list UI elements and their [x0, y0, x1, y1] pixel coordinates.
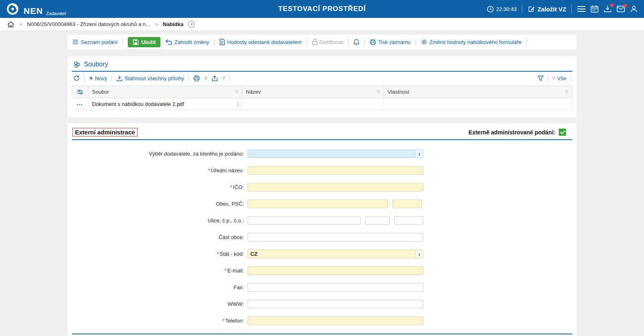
breadcrumb: > N006/25/V00004963 - Zřízení datových o… [0, 18, 644, 31]
discard-changes-button[interactable]: Zahodit změny [165, 39, 209, 45]
home-button[interactable] [7, 21, 14, 28]
calendar-button[interactable] [591, 5, 598, 13]
row-actions-cell: ••• [72, 98, 88, 110]
save-icon [133, 39, 139, 45]
filter-dropdown-icon[interactable]: ▽ [377, 90, 380, 94]
form-row: *Stát - kód: CZ › [72, 246, 572, 262]
list-icon [72, 40, 79, 44]
session-clock: 22:30:43 [487, 6, 517, 13]
ico-input[interactable] [248, 183, 423, 191]
file-vlastnost-cell [384, 98, 572, 110]
messages-button[interactable] [617, 6, 625, 12]
actionbar-separator [307, 39, 307, 46]
country-code-value: CZ [248, 250, 415, 258]
field-label: *Úřední název: [72, 167, 248, 173]
picker-chevron-icon[interactable]: › [415, 150, 423, 158]
clock-value: 22:30:43 [496, 6, 517, 12]
street-input[interactable] [248, 216, 361, 225]
print-record-button[interactable]: Tisk záznamu [370, 39, 411, 45]
field-label: Fax: [72, 284, 248, 290]
toolbar-separator [548, 75, 548, 81]
new-file-button[interactable]: + Nový [89, 75, 107, 81]
fax-input[interactable] [248, 283, 423, 292]
orientation-number-input[interactable] [394, 216, 423, 225]
form-row: *IČO: [72, 179, 572, 195]
required-marker: * [224, 268, 226, 274]
files-table: Soubor▽ Název▽ Vlastnost▽ ••• Do [72, 86, 572, 110]
files-section-icon [73, 61, 81, 68]
breadcrumb-procurement[interactable]: N006/25/V00004963 - Zřízení datových okr… [27, 21, 150, 27]
logo-subtitle: Zadavatel [46, 11, 66, 16]
messages-badge [624, 4, 627, 7]
filter-button[interactable] [537, 75, 544, 81]
file-name[interactable]: Dokument s nabídkou dodavatele 2.pdf [92, 101, 184, 107]
phone-input[interactable] [248, 316, 423, 325]
field-label: Výběr dodavatele, za kterého je podáno: [72, 151, 248, 157]
postal-code-input[interactable] [392, 200, 422, 208]
export-button[interactable] [212, 75, 218, 81]
column-header-soubor[interactable]: Soubor▽ [88, 86, 242, 98]
breadcrumb-current-tab[interactable]: Nabídka [163, 21, 184, 27]
external-admin-checkbox[interactable] [559, 129, 566, 136]
actionbar-separator [348, 39, 348, 46]
zalozit-vz-button[interactable]: Založit VZ [528, 5, 566, 13]
zalozit-vz-label: Založit VZ [537, 6, 566, 13]
discard-changes-icon [165, 39, 172, 45]
view-all-dropdown[interactable]: ▽ Vše [552, 75, 566, 81]
www-input[interactable] [248, 300, 423, 308]
table-row[interactable]: ••• Dokument s nabídkou dodavatele 2.pdf… [72, 98, 572, 110]
nen-logo-icon [7, 3, 19, 15]
filter-dropdown-icon[interactable]: ▽ [565, 90, 568, 94]
official-name-input[interactable] [248, 166, 423, 175]
user-profile-button[interactable] [630, 5, 637, 13]
close-tab-icon[interactable]: × [188, 21, 195, 28]
clock-icon [487, 6, 494, 13]
gear-icon [421, 39, 427, 45]
form-row: *Úřední název: [72, 162, 572, 179]
toolbar-separator [230, 75, 230, 81]
required-marker: * [217, 251, 219, 257]
app-logo[interactable]: NEN Zadavatel [7, 3, 66, 15]
house-number-input[interactable] [365, 216, 390, 225]
printer-icon [370, 39, 376, 45]
files-panel: Soubory + Nový Stáhnout všechny přílohy [68, 56, 576, 117]
topbar: NEN Zadavatel TESTOVACÍ PROSTŘEDÍ 22:30:… [0, 0, 644, 18]
supplier-picker[interactable]: › [248, 149, 423, 158]
document-icon [219, 39, 225, 45]
country-code-picker[interactable]: CZ › [248, 250, 423, 258]
section-title-externi-administrace: Externí administrace [72, 128, 138, 136]
form-row: Výběr dodavatele, za kterého je podáno: … [72, 145, 572, 162]
picker-chevron-icon[interactable]: › [415, 250, 423, 258]
city-input[interactable] [248, 200, 388, 208]
download-all-attachments-button[interactable]: Stáhnout všechny přílohy [116, 75, 184, 81]
section-divider [72, 334, 572, 334]
notifications-button[interactable] [353, 39, 359, 46]
column-header-nazev[interactable]: Název▽ [242, 86, 384, 98]
column-settings-header[interactable] [72, 86, 88, 98]
save-button[interactable]: Uložit [128, 37, 160, 47]
export-options-dropdown[interactable]: ▽ [222, 76, 225, 80]
print-options-dropdown[interactable]: ▽ [204, 76, 207, 80]
record-action-bar: Seznam podání Uložit Zahodit změny Hodno… [68, 35, 576, 49]
filter-dropdown-icon[interactable]: ▽ [235, 90, 238, 94]
row-actions-icon[interactable]: ••• [77, 103, 83, 107]
column-header-vlastnost[interactable]: Vlastnost▽ [384, 86, 572, 98]
breadcrumb-separator: > [19, 22, 22, 27]
logo-text: NEN [24, 7, 43, 15]
toolbar-separator [570, 75, 571, 81]
menu-button[interactable] [577, 6, 585, 12]
print-list-button[interactable] [193, 75, 200, 81]
city-part-input[interactable] [248, 233, 423, 242]
refresh-button[interactable] [73, 75, 80, 81]
email-input[interactable] [248, 266, 423, 275]
form-row: *Telefon: [72, 312, 572, 329]
downloads-button[interactable] [604, 5, 611, 13]
field-label: *Telefon: [72, 318, 248, 324]
external-admin-checkbox-label: Externě administrované podání: [469, 129, 555, 136]
supplier-form: Výběr dodavatele, za kterého je podáno: … [72, 140, 572, 334]
change-form-values-button[interactable]: Změnit hodnoty nabídkového formuláře [421, 39, 521, 45]
seznam-podani-button[interactable]: Seznam podání [72, 39, 118, 45]
row-menu-icon[interactable]: ⋮ [235, 101, 241, 107]
file-name-cell: Dokument s nabídkou dodavatele 2.pdf ⋮ [88, 98, 242, 110]
supplier-values-button[interactable]: Hodnoty odeslané dodavatelem [219, 39, 302, 45]
